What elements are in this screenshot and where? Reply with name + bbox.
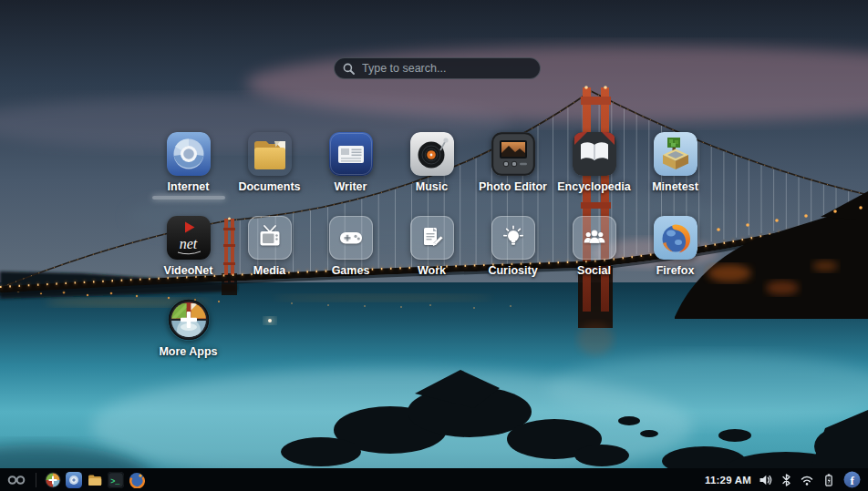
encyclopedia-icon (573, 132, 616, 176)
social-icon (573, 216, 616, 260)
app-label: Media (253, 264, 285, 277)
app-encyclopedia[interactable]: Encyclopedia (553, 132, 635, 199)
app-label: Photo Editor (479, 180, 547, 193)
terminal-mini-icon: >_ (108, 472, 124, 488)
app-curiosity[interactable]: Curiosity (472, 216, 553, 277)
minetest-icon (654, 132, 698, 176)
app-label: Music (416, 180, 448, 193)
internet-mini-icon (66, 472, 82, 488)
document-pencil-glyph (418, 224, 446, 251)
endless-menu-button[interactable] (5, 472, 27, 488)
app-label: Curiosity (488, 264, 537, 277)
taskbar: >_ 11:29 AM (0, 468, 868, 491)
documents-mini-icon (87, 472, 103, 488)
app-documents[interactable]: Documents (229, 132, 310, 199)
selection-highlight (152, 196, 225, 199)
videonet-wordmark: net (167, 237, 211, 251)
app-label: Writer (335, 180, 367, 193)
wifi-icon[interactable] (800, 473, 814, 486)
app-writer[interactable]: Writer (310, 132, 391, 199)
gamepad-glyph (337, 224, 365, 251)
battery-charging-icon[interactable] (822, 473, 836, 487)
app-grid-row-2: net VideoNet Media (148, 216, 716, 277)
svg-text:>_: >_ (110, 476, 120, 486)
firefox-icon (654, 216, 698, 260)
app-label: Encyclopedia (557, 180, 631, 193)
app-label: VideoNet (164, 264, 213, 277)
tv-glyph (256, 224, 284, 251)
app-photo-editor[interactable]: Photo Editor (472, 132, 553, 199)
launcher-firefox[interactable] (129, 472, 145, 488)
more-apps-mini-icon (45, 472, 61, 488)
desktop: Internet Documents (0, 0, 868, 491)
music-icon (410, 132, 454, 176)
system-tray: 11:29 AM (705, 471, 861, 488)
app-minetest[interactable]: Minetest (635, 132, 716, 199)
app-label: Firefox (656, 264, 695, 277)
app-label: Work (418, 264, 446, 277)
facebook-icon[interactable]: f (843, 471, 861, 488)
curiosity-icon (491, 216, 535, 260)
search-input[interactable] (360, 61, 532, 76)
clock[interactable]: 11:29 AM (705, 475, 751, 486)
launcher-terminal[interactable]: >_ (108, 472, 124, 488)
app-firefox[interactable]: Firefox (635, 216, 716, 277)
app-label: Social (577, 264, 611, 277)
search-icon (343, 63, 355, 75)
app-label: Internet (168, 180, 210, 193)
games-icon (329, 216, 373, 260)
people-glyph (581, 224, 608, 251)
launcher-documents[interactable] (87, 472, 103, 488)
app-social[interactable]: Social (553, 216, 635, 277)
app-media[interactable]: Media (229, 216, 310, 277)
photo-editor-icon (491, 132, 535, 176)
app-music[interactable]: Music (391, 132, 472, 199)
writer-icon (329, 132, 373, 176)
app-label: More Apps (159, 345, 217, 358)
firefox-mini-icon (129, 472, 145, 488)
work-icon (410, 216, 454, 260)
app-label: Games (332, 264, 370, 277)
more-apps-icon (168, 299, 210, 341)
volume-icon[interactable] (759, 473, 773, 487)
more-apps-button[interactable]: More Apps (148, 299, 229, 358)
taskbar-separator (36, 473, 36, 487)
launcher-more-apps[interactable] (45, 472, 61, 488)
videonet-icon: net (167, 216, 211, 260)
documents-icon (248, 132, 292, 176)
app-internet[interactable]: Internet (148, 132, 229, 199)
app-label: Documents (238, 180, 300, 193)
app-grid-row-3: More Apps (148, 299, 229, 358)
lightbulb-glyph (500, 224, 527, 251)
app-work[interactable]: Work (391, 216, 472, 277)
app-label: Minetest (652, 180, 698, 193)
endless-logo-icon (6, 474, 26, 486)
svg-text:f: f (851, 474, 855, 487)
app-games[interactable]: Games (310, 216, 391, 277)
launcher-internet[interactable] (66, 472, 82, 488)
search-bar[interactable] (334, 57, 541, 79)
app-grid-row-1: Internet Documents (148, 132, 716, 199)
bluetooth-icon[interactable] (780, 473, 792, 487)
taskbar-launchers: >_ (5, 472, 145, 488)
internet-icon (167, 132, 211, 176)
media-icon (248, 216, 292, 260)
app-videonet[interactable]: net VideoNet (148, 216, 229, 277)
